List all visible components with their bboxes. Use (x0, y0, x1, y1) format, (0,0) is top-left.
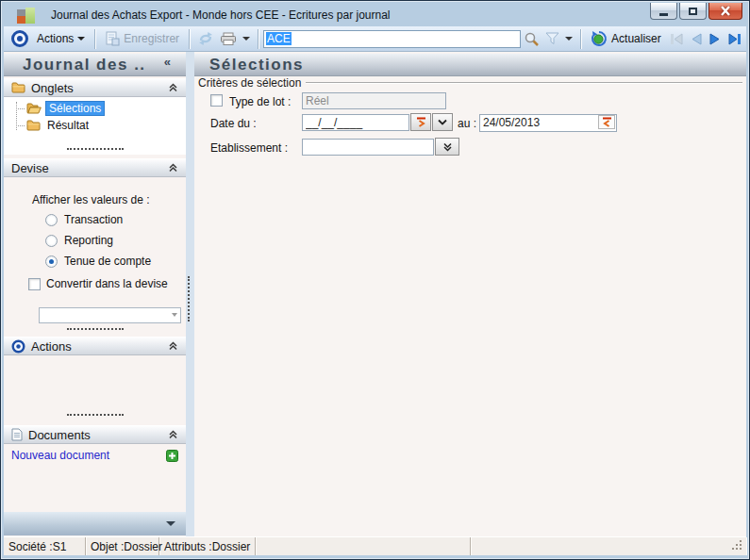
criteria-fieldset: Critères de sélection (198, 76, 742, 90)
splitter-dotted-handle[interactable] (188, 276, 190, 321)
save-button[interactable]: Enregistrer (100, 29, 184, 48)
au-date-field[interactable] (479, 114, 617, 132)
etablissement-label: Etablissement : (210, 141, 288, 155)
chevron-down-icon (242, 37, 250, 41)
last-record-icon (727, 33, 742, 45)
folder-icon (11, 82, 25, 93)
date-du-field[interactable] (302, 114, 409, 131)
toolbar: Actions Enregistrer (4, 26, 746, 52)
radio-label: Reporting (64, 234, 113, 247)
save-icon (105, 31, 120, 46)
type-lot-field[interactable] (302, 92, 446, 109)
section-header-documents[interactable]: Documents (4, 425, 186, 444)
search-button[interactable] (521, 29, 542, 49)
actions-menu-label: Actions (37, 32, 74, 45)
toolbar-separator (580, 29, 581, 49)
collapse-section-button[interactable] (168, 430, 178, 439)
save-label: Enregistrer (124, 32, 179, 45)
radio-reporting[interactable]: Reporting (45, 234, 113, 247)
type-lot-label: Type de lot : (229, 95, 291, 108)
collapse-section-button[interactable] (168, 163, 178, 173)
filter-button[interactable] (542, 30, 562, 47)
previous-record-button[interactable] (687, 31, 706, 47)
toolbar-separator (94, 29, 95, 49)
print-button[interactable] (217, 30, 240, 48)
refresh-data-label: Actualiser (611, 32, 661, 45)
refresh-icon (197, 31, 214, 46)
radio-tenue-de-compte[interactable]: Tenue de compte (45, 255, 151, 268)
date-dropdown-button[interactable] (432, 113, 453, 131)
statusbar: Société :S1 Objet :Dossier Attributs :Do… (4, 536, 746, 555)
status-empty-panel (471, 537, 746, 555)
panel-splitter-handle[interactable] (67, 414, 124, 416)
type-lot-checkbox[interactable] (210, 94, 223, 107)
convert-currency-checkbox[interactable]: Convertir dans la devise (28, 277, 168, 290)
print-options-button[interactable] (240, 35, 253, 42)
folder-open-icon (26, 103, 42, 114)
etablissement-field[interactable] (302, 139, 434, 156)
convert-currency-label: Convertir dans la devise (46, 277, 168, 290)
tree-item-selections[interactable]: Sélections (4, 100, 186, 117)
toolbar-separator (258, 29, 258, 49)
etablissement-lookup-button[interactable] (435, 138, 459, 156)
date-picker-button[interactable] (410, 113, 431, 131)
criteria-legend: Critères de sélection (198, 76, 301, 90)
status-objet: Objet :Dossier (86, 537, 159, 555)
section-header-actions[interactable]: Actions (4, 337, 186, 355)
status-attributs: Attributs :Dossier (159, 537, 256, 555)
refresh-data-button[interactable]: Actualiser (586, 28, 666, 49)
panel-splitter-handle[interactable] (67, 328, 124, 330)
sidebar-header: Journal des .. « (4, 54, 186, 76)
fieldset-line (306, 82, 742, 84)
search-input[interactable]: ACE (263, 30, 521, 48)
tree-item-label: Résultat (44, 119, 92, 132)
chevron-up-double-icon (168, 163, 178, 173)
checkbox-icon (28, 278, 41, 290)
collapse-section-button[interactable] (168, 341, 178, 351)
currency-select[interactable] (39, 307, 181, 323)
au-date-picker-button[interactable] (598, 115, 615, 129)
app-grid-icon (17, 8, 36, 24)
radio-label: Transaction (64, 213, 123, 226)
new-document-link[interactable]: Nouveau document (11, 449, 109, 462)
chevron-up-double-icon (168, 341, 178, 351)
minimize-button[interactable] (650, 3, 677, 20)
panel-splitter-handle[interactable] (67, 148, 124, 150)
collapse-section-button[interactable] (168, 83, 178, 92)
target-icon (8, 27, 32, 50)
maximize-icon (689, 8, 697, 15)
chevron-down-icon (166, 521, 175, 526)
radio-icon (45, 214, 58, 226)
sidebar-expand-bar[interactable] (4, 512, 186, 535)
refresh-button[interactable] (194, 29, 217, 48)
actions-menu-button[interactable]: Actions (32, 30, 90, 47)
tree-item-resultat[interactable]: Résultat (4, 117, 186, 134)
section-header-onglets[interactable]: Onglets (4, 78, 186, 97)
radio-label: Tenue de compte (64, 255, 151, 268)
documents-panel: Nouveau document (11, 448, 178, 463)
maximize-button[interactable] (679, 3, 707, 20)
add-document-button[interactable] (166, 450, 178, 462)
filter-options-button[interactable] (562, 35, 575, 42)
status-empty-panel (256, 537, 471, 555)
status-societe: Société :S1 (4, 537, 86, 555)
close-button[interactable] (708, 3, 742, 20)
close-icon (720, 6, 731, 16)
section-title-onglets: Onglets (31, 81, 74, 95)
chevron-down-icon (77, 37, 85, 41)
main-panel: Sélections Critères de sélection Type de… (194, 52, 746, 536)
arrow-right-orange-icon (416, 117, 426, 127)
resize-grip[interactable] (732, 540, 743, 552)
radio-icon (45, 235, 58, 247)
tabs-tree: Sélections Résultat (4, 97, 186, 134)
first-record-button[interactable] (666, 31, 687, 47)
section-header-devise[interactable]: Devise (4, 158, 186, 177)
radio-transaction[interactable]: Transaction (45, 213, 123, 226)
window-controls (648, 3, 742, 20)
toolbar-separator (189, 29, 190, 49)
chevron-up-double-icon (168, 430, 178, 439)
last-record-button[interactable] (725, 31, 745, 47)
sidebar-collapse-button[interactable]: « (164, 55, 171, 69)
next-record-button[interactable] (706, 31, 725, 47)
document-icon (11, 428, 23, 441)
